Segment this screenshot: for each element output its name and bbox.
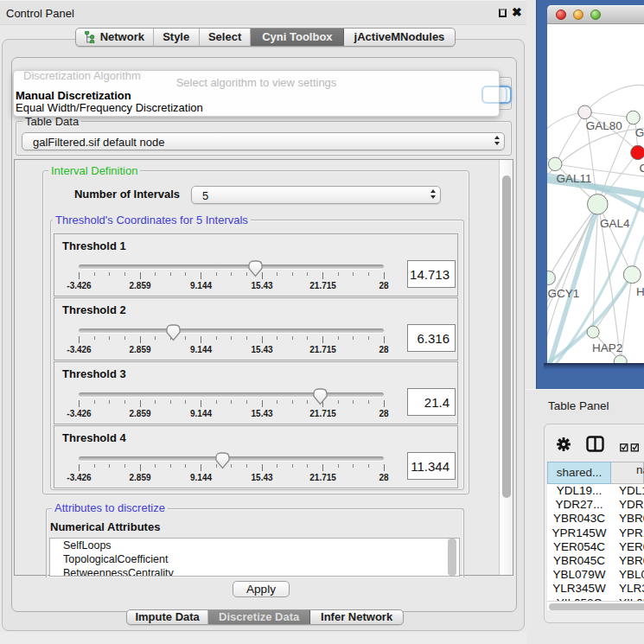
svg-text:HAP1: HAP1	[636, 285, 644, 298]
svg-text:CLN1: CLN1	[639, 162, 644, 175]
svg-text:GCY1: GCY1	[548, 287, 580, 300]
svg-text:GAL11: GAL11	[557, 172, 592, 185]
svg-text:GAL4: GAL4	[600, 217, 630, 230]
svg-text:GAL80: GAL80	[586, 119, 622, 132]
svg-text:HAP2: HAP2	[592, 341, 622, 354]
svg-text:GAL2: GAL2	[635, 126, 644, 139]
